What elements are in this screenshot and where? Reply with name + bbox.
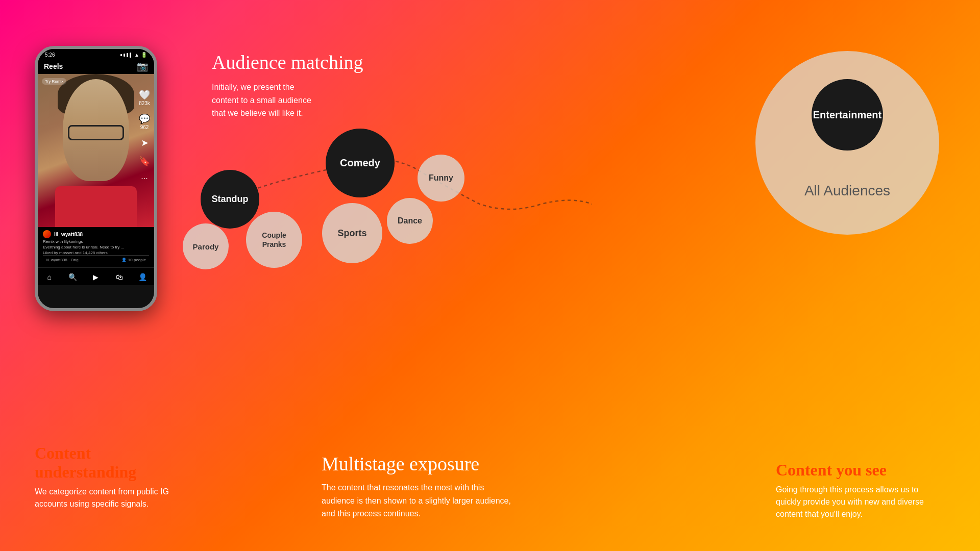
phone-navigation: ⌂ 🔍 ▶ 🛍 👤 [38,267,154,285]
content-understanding-section: Content understanding We categorize cont… [35,444,178,510]
multistage-exposure-section: Multistage exposure The content that res… [322,453,516,520]
phone-time: 5:26 [45,52,55,58]
remix-label: Remix with lilykonings [43,239,149,244]
dance-bubble: Dance [387,198,433,244]
content-understanding-body: We categorize content from public IG acc… [35,486,178,510]
reels-label: Reels [44,62,63,70]
description: Everthing about here is unreal. Need to … [43,245,149,249]
nav-profile-icon[interactable]: 👤 [137,272,148,282]
phone-header: Reels 📷 [38,59,154,74]
audience-matching-title: Audience matching [212,51,363,73]
nav-home-icon[interactable]: ⌂ [44,272,55,282]
content-you-see-body: Going through this process allows us to … [776,484,939,520]
phone-bottom-info: lil_wyatt838 Remix with lilykonings Ever… [38,227,154,267]
phone-mockup: 5:26 ▲ 🔋 Reels 📷 Try Remix 🤍 [35,46,157,311]
phone-footer-info: lil_wyatt838 · Orig 👤 10 people [43,255,149,264]
content-you-see-section: Content you see Going through this proce… [776,461,939,520]
phone-status-bar: 5:26 ▲ 🔋 [38,49,154,59]
nav-shop-icon[interactable]: 🛍 [114,272,125,282]
share-button[interactable]: ➤ [139,137,150,148]
all-audiences-label: All Audiences [755,183,939,199]
standup-bubble: Standup [201,170,259,229]
try-remix-badge[interactable]: Try Remix [42,78,66,85]
more-button[interactable]: ··· [139,174,150,183]
all-audiences-section: Entertainment All Audiences [755,51,939,235]
avatar [43,230,51,238]
multistage-title: Multistage exposure [322,453,516,475]
bookmark-button[interactable]: 🔖 [139,156,150,167]
multistage-body: The content that resonates the most with… [322,481,516,520]
couple-pranks-bubble: Couple Pranks [246,212,302,268]
sports-bubble: Sports [322,203,382,263]
funny-bubble: Funny [418,155,464,202]
liked-info: Liked by mosseri and 14,428 others [43,251,149,255]
like-button[interactable]: 🤍 823k [139,89,150,106]
username: lil_wyatt838 [54,232,83,237]
all-audiences-circle: Entertainment All Audiences [755,51,939,235]
phone-action-buttons: 🤍 823k 💬 962 ➤ 🔖 ··· [139,89,150,183]
content-you-see-title: Content you see [776,461,939,480]
nav-search-icon[interactable]: 🔍 [67,272,78,282]
entertainment-bubble: Entertainment [812,79,883,151]
phone-content-image: Try Remix 🤍 823k 💬 962 ➤ 🔖 ··· [38,74,154,227]
bubble-diagram: Standup Comedy Parody Couple Pranks Spor… [174,102,592,327]
content-understanding-title: Content understanding [35,444,178,482]
comment-button[interactable]: 💬 962 [139,113,150,130]
parody-bubble: Parody [183,223,229,269]
nav-reels-icon[interactable]: ▶ [91,272,101,282]
comedy-bubble: Comedy [326,129,395,197]
